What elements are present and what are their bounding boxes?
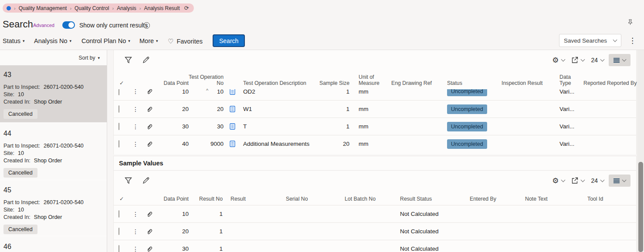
attachment-icon[interactable] xyxy=(142,123,157,130)
home-dot-icon[interactable] xyxy=(7,6,11,10)
col-data-point[interactable]: Data Point xyxy=(157,80,189,89)
breadcrumb-analysis-result[interactable]: Analysis Result xyxy=(144,5,180,11)
filter-control-plan-no[interactable]: Control Plan No ▾ xyxy=(81,37,130,44)
table-row[interactable]: ⋮ 10 1 Not Calculated xyxy=(114,205,636,222)
filter-funnel-icon[interactable] xyxy=(125,57,132,64)
col-inspection-result[interactable]: Inspection Result xyxy=(497,80,556,89)
list-item-44[interactable]: 44 Part to Inspect:26071-0200-540 Site:1… xyxy=(0,124,107,179)
row-kebab-icon[interactable]: ⋮ xyxy=(129,141,142,148)
filter-status-label: Status xyxy=(3,37,20,44)
settings-menu[interactable]: ⚙ xyxy=(550,177,566,185)
table-row[interactable]: ⋮ 40 9000 Additional Measurements 20 mm … xyxy=(114,135,636,152)
search-button[interactable]: Search xyxy=(213,34,245,47)
settings-menu[interactable]: ⚙ xyxy=(550,57,566,64)
col-reported-by[interactable]: Reported By xyxy=(605,80,637,89)
page-size-selector[interactable]: 24 xyxy=(589,57,606,64)
list-item-45[interactable]: 45 Part to Inspect:26071-0200-540 Site:1… xyxy=(0,181,107,235)
row-checkbox[interactable] xyxy=(119,210,119,218)
table-row[interactable]: ⋮ 30 30 T 1 mm Uncompleted Vari... xyxy=(114,118,636,135)
breadcrumb-quality-management[interactable]: Quality Management xyxy=(19,5,67,11)
cell-data-type: Vari... xyxy=(556,106,580,112)
filter-more-label: More xyxy=(139,37,154,44)
kebab-menu-icon[interactable]: ⋮ xyxy=(629,36,636,45)
col-sample-size[interactable]: Sample Size xyxy=(310,80,349,89)
created-in-label: Created In: xyxy=(3,99,31,105)
breadcrumb-quality-control[interactable]: Quality Control xyxy=(75,5,109,11)
col-reported[interactable]: Reported xyxy=(580,80,605,89)
col-result-status[interactable]: Result Status xyxy=(395,196,464,205)
row-checkbox[interactable] xyxy=(119,140,119,148)
table-row[interactable]: ⋮ 20 20 W1 1 mm Uncompleted Vari... xyxy=(114,100,636,118)
table-row[interactable]: ⋮ 20 1 Not Calculated xyxy=(114,222,636,240)
attachment-icon[interactable] xyxy=(142,245,157,252)
list-item-46[interactable]: 46 xyxy=(0,237,107,252)
export-menu[interactable] xyxy=(569,177,586,184)
view-mode-button[interactable] xyxy=(609,54,630,66)
col-tool-id[interactable]: Tool Id xyxy=(582,196,637,205)
export-menu[interactable] xyxy=(569,57,586,64)
col-result-no[interactable]: Result No xyxy=(189,196,225,205)
pin-icon[interactable] xyxy=(627,19,633,27)
attachment-icon[interactable] xyxy=(142,106,157,113)
col-entered-by[interactable]: Entered By xyxy=(464,196,520,205)
col-result[interactable]: Result xyxy=(225,196,286,205)
filter-status[interactable]: Status ▾ xyxy=(3,37,25,44)
advanced-link[interactable]: Advanced xyxy=(33,23,54,28)
cell-data-point: 30 xyxy=(157,123,189,130)
created-in-label: Created In: xyxy=(3,214,31,220)
attachment-icon[interactable] xyxy=(142,228,157,235)
col-unit-of-measure[interactable]: Unit of Measure xyxy=(349,74,380,89)
row-checkbox[interactable] xyxy=(119,123,119,130)
col-note-text[interactable]: Note Text xyxy=(520,196,582,205)
info-icon[interactable]: i xyxy=(143,22,150,29)
filter-funnel-icon[interactable] xyxy=(125,177,132,184)
col-data-type[interactable]: Data Type xyxy=(556,74,580,89)
filter-analysis-no[interactable]: Analysis No ▾ xyxy=(34,37,71,44)
document-icon[interactable] xyxy=(224,106,241,112)
col-data-point[interactable]: Data Point xyxy=(157,196,189,205)
breadcrumb-analysis[interactable]: Analysis xyxy=(117,5,136,11)
attachment-icon[interactable] xyxy=(142,211,157,218)
col-status[interactable]: Status xyxy=(445,80,497,89)
refresh-icon[interactable]: ⟳ xyxy=(184,5,189,11)
document-icon[interactable] xyxy=(224,89,241,95)
saved-searches-dropdown[interactable]: Saved Searches xyxy=(559,34,621,47)
row-checkbox[interactable] xyxy=(119,228,119,235)
row-kebab-icon[interactable]: ⋮ xyxy=(129,106,142,113)
created-in-value: Shop Order xyxy=(34,214,62,220)
row-checkbox[interactable] xyxy=(119,245,119,252)
document-icon[interactable] xyxy=(224,141,241,147)
row-kebab-icon[interactable]: ⋮ xyxy=(129,245,142,252)
page-size-selector[interactable]: 24 xyxy=(589,177,606,184)
filter-more[interactable]: More ▾ xyxy=(139,37,158,44)
sort-by-dropdown[interactable]: Sort by ▾ xyxy=(78,55,100,61)
row-kebab-icon[interactable]: ⋮ xyxy=(129,89,142,95)
cell-sample-size: 20 xyxy=(310,141,349,147)
table-row[interactable]: ⋮ 10 10 OD2 1 mm Uncompleted Vari... xyxy=(114,89,636,100)
row-checkbox[interactable] xyxy=(119,89,119,95)
sort-ascending-icon[interactable]: ^ xyxy=(206,88,208,93)
list-item-43[interactable]: 43 Part to Inspect:26071-0200-540 Site:1… xyxy=(0,65,107,122)
select-all-check-icon[interactable]: ✓ xyxy=(114,196,129,205)
table-row[interactable]: ⋮ 30 1 Not Calculated xyxy=(114,240,636,252)
view-mode-button[interactable] xyxy=(609,175,630,187)
scrollbar-thumb[interactable] xyxy=(638,162,643,252)
row-kebab-icon[interactable]: ⋮ xyxy=(129,228,142,235)
row-kebab-icon[interactable]: ⋮ xyxy=(129,211,142,218)
col-lot-batch-no[interactable]: Lot Batch No xyxy=(345,196,395,205)
attachment-icon[interactable] xyxy=(142,89,157,95)
select-all-check-icon[interactable]: ✓ xyxy=(114,80,129,89)
item-id: 46 xyxy=(3,243,102,251)
col-test-operation-description[interactable]: Test Operation Description xyxy=(241,80,310,89)
col-serial-no[interactable]: Serial No xyxy=(286,196,345,205)
col-test-operation-no[interactable]: Test Operation No xyxy=(189,74,224,89)
row-checkbox[interactable] xyxy=(119,105,119,113)
show-current-results-toggle[interactable] xyxy=(62,21,75,29)
col-eng-drawing-ref[interactable]: Eng Drawing Ref xyxy=(380,80,445,89)
edit-pencil-icon[interactable] xyxy=(142,57,149,64)
document-icon[interactable] xyxy=(224,123,241,130)
row-kebab-icon[interactable]: ⋮ xyxy=(129,123,142,130)
edit-pencil-icon[interactable] xyxy=(142,177,149,184)
attachment-icon[interactable] xyxy=(142,141,157,148)
favorites-button[interactable]: ♡ Favorites xyxy=(168,37,203,45)
